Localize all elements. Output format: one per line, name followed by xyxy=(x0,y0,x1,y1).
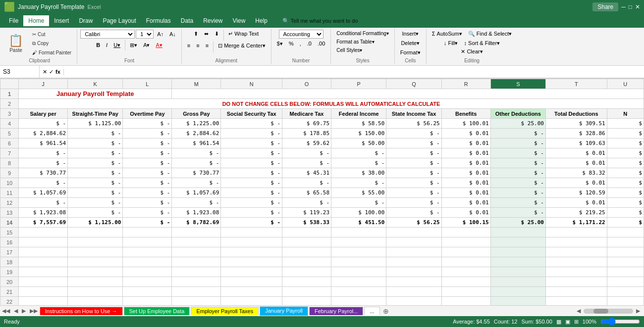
minimize-icon[interactable]: ─ xyxy=(621,3,626,10)
cell-4-n[interactable]: $ - xyxy=(221,119,282,129)
page-layout-view-icon[interactable]: ▣ xyxy=(565,319,570,325)
italic-button[interactable]: I xyxy=(104,41,110,49)
col-u-header[interactable]: U xyxy=(607,79,644,89)
cell-14-k[interactable]: $ 1,125.00 xyxy=(68,218,123,228)
cell-8-u[interactable]: $ xyxy=(607,158,644,168)
add-sheet-button[interactable]: ⊕ xyxy=(383,307,389,315)
decrease-font-icon[interactable]: A↓ xyxy=(167,30,178,38)
clear-button[interactable]: ✕ Clear▾ xyxy=(458,47,485,55)
col-t-header[interactable]: T xyxy=(545,79,607,89)
cell-8-o[interactable]: $ - xyxy=(282,158,331,168)
cell-13-r[interactable]: $ 0.01 xyxy=(441,208,490,218)
cell-7-l[interactable]: $ - xyxy=(123,148,172,158)
dollar-sign-button[interactable]: $▾ xyxy=(274,40,285,48)
cell-7-j[interactable]: $ - xyxy=(19,148,68,158)
cell-5-u[interactable]: $ xyxy=(607,129,644,139)
cell-11-n[interactable]: $ - xyxy=(221,188,282,198)
cell-14-l[interactable]: $ - xyxy=(123,218,172,228)
cell-14-q[interactable]: $ 56.25 xyxy=(386,218,441,228)
cell-13-m[interactable]: $ 1,923.08 xyxy=(172,208,221,218)
percent-button[interactable]: % xyxy=(286,40,296,48)
tab-scroll-right-button[interactable]: ▶▶ xyxy=(28,308,40,314)
cell-13-u[interactable]: $ xyxy=(607,208,644,218)
col-s-header[interactable]: S xyxy=(490,79,545,89)
tab-scroll-left-button[interactable]: ◀◀ xyxy=(0,308,12,314)
find-select-button[interactable]: 🔍 Find & Select▾ xyxy=(466,30,514,38)
cell-4-k[interactable]: $ 1,125.00 xyxy=(68,119,123,129)
cell-14-o[interactable]: $ 538.33 xyxy=(282,218,331,228)
cell-11-m[interactable]: $ 1,057.69 xyxy=(172,188,221,198)
cell-5-n[interactable]: $ - xyxy=(221,129,282,139)
cell-5-s[interactable]: $ - xyxy=(490,129,545,139)
col-o-header[interactable]: O xyxy=(282,79,331,89)
cell-9-o[interactable]: $ 45.31 xyxy=(282,168,331,178)
paste-button[interactable]: 📋 Paste xyxy=(5,31,27,55)
increase-decimal-button[interactable]: .0 xyxy=(305,40,314,48)
cell-14-u[interactable]: $ xyxy=(607,218,644,228)
delete-button[interactable]: Delete▾ xyxy=(398,39,422,47)
cell-9-j[interactable]: $ 730.77 xyxy=(19,168,68,178)
cell-9-q[interactable]: $ - xyxy=(386,168,441,178)
border-button[interactable]: ⊞▾ xyxy=(127,41,140,49)
cell-13-t[interactable]: $ 219.25 xyxy=(545,208,607,218)
align-bottom-icon[interactable]: ⬇ xyxy=(212,30,221,41)
col-n-header[interactable]: N xyxy=(221,79,282,89)
cell-10-p[interactable]: $ - xyxy=(331,178,386,188)
align-center-icon[interactable]: ≡ xyxy=(194,42,202,52)
cell-5-o[interactable]: $ 178.85 xyxy=(282,129,331,139)
cell-4-t[interactable]: $ 309.51 xyxy=(545,119,607,129)
cell-11-q[interactable]: $ - xyxy=(386,188,441,198)
cell-11-o[interactable]: $ 65.58 xyxy=(282,188,331,198)
cell-4-o[interactable]: $ 69.75 xyxy=(282,119,331,129)
cell-12-j[interactable]: $ - xyxy=(19,198,68,208)
cell-9-t[interactable]: $ 83.32 xyxy=(545,168,607,178)
col-j-header[interactable]: J xyxy=(19,79,68,89)
cell-5-j[interactable]: $ 2,884.62 xyxy=(19,129,68,139)
cell-10-l[interactable]: $ - xyxy=(123,178,172,188)
cell-8-l[interactable]: $ - xyxy=(123,158,172,168)
autosum-button[interactable]: Σ AutoSum▾ xyxy=(429,30,465,38)
cell-7-q[interactable]: $ - xyxy=(386,148,441,158)
cell-4-j[interactable]: $ - xyxy=(19,119,68,129)
sheet-tab-payroll-taxes[interactable]: Employer Payroll Taxes xyxy=(191,307,259,315)
cell-9-p[interactable]: $ 38.00 xyxy=(331,168,386,178)
tab-data[interactable]: Data xyxy=(176,15,198,26)
number-format-select[interactable]: Accounting General Number Currency xyxy=(279,30,323,39)
cell-7-t[interactable]: $ 0.01 xyxy=(545,148,607,158)
cell-12-p[interactable]: $ - xyxy=(331,198,386,208)
scroll-right-button[interactable]: ▶ xyxy=(634,308,642,314)
cell-14-t[interactable]: $ 1,171.22 xyxy=(545,218,607,228)
merge-center-button[interactable]: ⊡ Merge & Center▾ xyxy=(215,42,268,52)
cell-13-o[interactable]: $ 119.23 xyxy=(282,208,331,218)
cell-5-k[interactable]: $ - xyxy=(68,129,123,139)
cell-9-r[interactable]: $ 0.01 xyxy=(441,168,490,178)
cell-5-p[interactable]: $ 150.00 xyxy=(331,129,386,139)
cell-4-r[interactable]: $ 100.01 xyxy=(441,119,490,129)
cell-12-s[interactable]: $ - xyxy=(490,198,545,208)
font-color-button[interactable]: A▾ xyxy=(153,41,164,49)
cell-8-q[interactable]: $ - xyxy=(386,158,441,168)
cell-styles-button[interactable]: Cell Styles▾ xyxy=(334,47,391,54)
cell-10-j[interactable]: $ - xyxy=(19,178,68,188)
cell-7-k[interactable]: $ - xyxy=(68,148,123,158)
cell-11-k[interactable]: $ - xyxy=(68,188,123,198)
sheet-tab-january[interactable]: January Payroll xyxy=(260,306,308,316)
cell-14-m[interactable]: $ 8,782.69 xyxy=(172,218,221,228)
cell-5-q[interactable]: $ - xyxy=(386,129,441,139)
col-p-header[interactable]: P xyxy=(331,79,386,89)
fill-button[interactable]: ↓ Fill▾ xyxy=(441,39,461,47)
cell-8-m[interactable]: $ - xyxy=(172,158,221,168)
cell-5-m[interactable]: $ 2,884.62 xyxy=(172,129,221,139)
insert-button[interactable]: Insert▾ xyxy=(400,30,422,38)
cell-12-m[interactable]: $ - xyxy=(172,198,221,208)
cell-12-o[interactable]: $ - xyxy=(282,198,331,208)
cell-10-s[interactable]: $ - xyxy=(490,178,545,188)
cell-13-j[interactable]: $ 1,923.08 xyxy=(19,208,68,218)
col-m-header[interactable]: M xyxy=(172,79,221,89)
cell-10-r[interactable]: $ 0.01 xyxy=(441,178,490,188)
cell-8-s[interactable]: $ - xyxy=(490,158,545,168)
tab-file[interactable]: File xyxy=(4,15,23,26)
cancel-formula-icon[interactable]: ✕ xyxy=(43,69,47,75)
cell-6-n[interactable]: $ - xyxy=(221,139,282,148)
cell-6-l[interactable]: $ - xyxy=(123,139,172,148)
